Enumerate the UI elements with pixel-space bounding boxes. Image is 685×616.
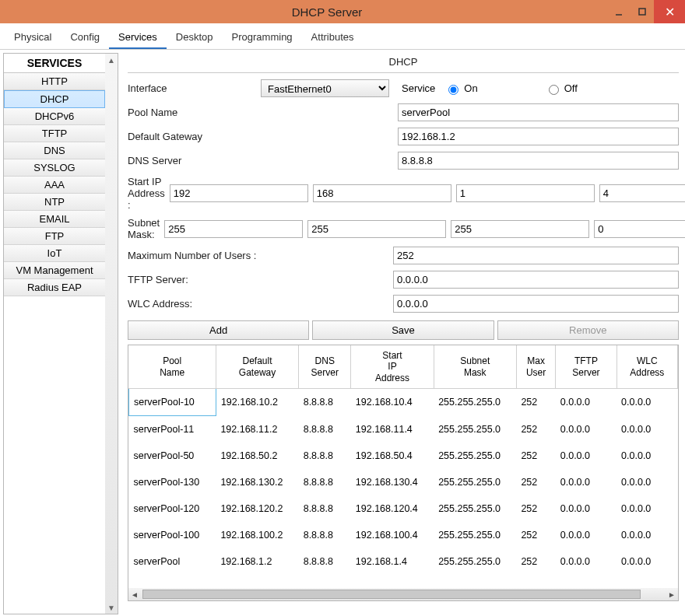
remove-button[interactable]: Remove <box>497 320 679 340</box>
table-cell: 0.0.0.0 <box>616 469 677 495</box>
service-off-radio[interactable]: Off <box>545 82 578 95</box>
subnet-octet-1[interactable] <box>164 220 303 238</box>
tftp-server-label: TFTP Server: <box>128 274 388 285</box>
subnet-octet-3[interactable] <box>451 220 589 238</box>
sidebar-item-dns[interactable]: DNS <box>4 142 105 159</box>
interface-label: Interface <box>128 82 256 94</box>
maximize-button[interactable] <box>631 2 654 21</box>
tab-services[interactable]: Services <box>109 26 167 49</box>
table-row[interactable]: serverPool-100192.168.100.28.8.8.8192.16… <box>129 522 678 548</box>
sidebar-item-tftp[interactable]: TFTP <box>4 125 105 142</box>
table-cell: 192.168.120.2 <box>216 495 298 522</box>
tab-bar: PhysicalConfigServicesDesktopProgramming… <box>0 23 685 50</box>
column-header[interactable]: DNSServer <box>299 345 351 389</box>
table-cell: 255.255.255.0 <box>434 389 516 416</box>
table-row[interactable]: serverPool-120192.168.120.28.8.8.8192.16… <box>129 495 678 522</box>
sidebar-item-email[interactable]: EMAIL <box>4 211 105 228</box>
minimize-button[interactable] <box>607 2 631 21</box>
sidebar-item-syslog[interactable]: SYSLOG <box>4 159 105 177</box>
column-header[interactable]: MaxUser <box>516 345 555 389</box>
table-row[interactable]: serverPool-11192.168.11.28.8.8.8192.168.… <box>129 416 678 443</box>
column-header[interactable]: TFTPServer <box>556 345 616 389</box>
table-cell: 255.255.255.0 <box>434 495 516 522</box>
wlc-address-input[interactable] <box>393 295 679 313</box>
table-cell: serverPool-130 <box>129 469 216 495</box>
tab-physical[interactable]: Physical <box>5 26 61 49</box>
default-gateway-label: Default Gateway <box>128 131 256 142</box>
table-cell: 192.168.50.4 <box>351 443 434 469</box>
table-cell: 192.168.130.4 <box>351 469 434 495</box>
dns-server-input[interactable] <box>398 152 679 170</box>
scroll-up-icon[interactable]: ▲ <box>105 54 118 66</box>
table-cell: 192.168.130.2 <box>216 469 298 495</box>
window-titlebar: DHCP Server ✕ <box>0 0 685 23</box>
pools-table: PoolNameDefaultGatewayDNSServerStartIPAd… <box>128 345 679 601</box>
sidebar-item-radius-eap[interactable]: Radius EAP <box>4 279 105 296</box>
table-cell: 8.8.8.8 <box>299 548 351 575</box>
table-cell: 255.255.255.0 <box>434 443 516 469</box>
sidebar-item-dhcpv6[interactable]: DHCPv6 <box>4 108 105 125</box>
sidebar-item-ftp[interactable]: FTP <box>4 228 105 245</box>
subnet-octet-2[interactable] <box>307 220 446 238</box>
dns-server-label: DNS Server <box>128 155 256 166</box>
sidebar-item-aaa[interactable]: AAA <box>4 177 105 194</box>
table-cell: 0.0.0.0 <box>556 389 616 416</box>
table-cell: 0.0.0.0 <box>616 416 677 443</box>
table-cell: 252 <box>516 522 555 548</box>
column-header[interactable]: SubnetMask <box>434 345 516 389</box>
sidebar-item-ntp[interactable]: NTP <box>4 194 105 211</box>
table-cell: 0.0.0.0 <box>616 389 677 416</box>
start-ip-octet-1[interactable] <box>170 184 308 202</box>
interface-select[interactable]: FastEthernet0 <box>261 79 389 97</box>
column-header[interactable]: StartIPAddress <box>351 345 434 389</box>
start-ip-octet-3[interactable] <box>456 184 595 202</box>
tab-attributes[interactable]: Attributes <box>302 26 364 49</box>
sidebar-scrollbar[interactable]: ▲ ▼ <box>105 54 118 614</box>
column-header[interactable]: WLCAddress <box>616 345 677 389</box>
tftp-server-input[interactable] <box>393 271 679 289</box>
tab-programming[interactable]: Programming <box>223 26 302 49</box>
table-row[interactable]: serverPool-130192.168.130.28.8.8.8192.16… <box>129 469 678 495</box>
table-cell: 192.168.1.4 <box>351 548 434 575</box>
table-row[interactable]: serverPool192.168.1.28.8.8.8192.168.1.42… <box>129 548 678 575</box>
table-horizontal-scrollbar[interactable]: ◄ ► <box>128 588 678 600</box>
start-ip-label: Start IP Address : <box>128 176 165 211</box>
sidebar-item-iot[interactable]: IoT <box>4 245 105 262</box>
table-row[interactable]: serverPool-50192.168.50.28.8.8.8192.168.… <box>129 443 678 469</box>
max-users-input[interactable] <box>393 247 679 264</box>
table-cell: 252 <box>516 548 555 575</box>
table-cell: 192.168.50.2 <box>216 443 298 469</box>
table-cell: 192.168.10.4 <box>351 389 434 416</box>
default-gateway-input[interactable] <box>398 128 679 145</box>
column-header[interactable]: DefaultGateway <box>216 345 298 389</box>
sidebar-item-vm-management[interactable]: VM Management <box>4 262 105 279</box>
max-users-label: Maximum Number of Users : <box>128 250 388 261</box>
table-cell: 0.0.0.0 <box>556 548 616 575</box>
scrollbar-thumb[interactable] <box>142 590 641 599</box>
tab-desktop[interactable]: Desktop <box>167 26 223 49</box>
sidebar-item-http[interactable]: HTTP <box>4 73 105 90</box>
table-cell: 8.8.8.8 <box>299 389 351 416</box>
scroll-right-icon[interactable]: ► <box>666 588 678 600</box>
table-cell: 255.255.255.0 <box>434 522 516 548</box>
sidebar-item-dhcp[interactable]: DHCP <box>4 90 105 108</box>
table-row[interactable]: serverPool-10192.168.10.28.8.8.8192.168.… <box>129 389 678 416</box>
wlc-address-label: WLC Address: <box>128 298 388 310</box>
save-button[interactable]: Save <box>312 320 494 340</box>
start-ip-octet-2[interactable] <box>313 184 451 202</box>
subnet-octet-4[interactable] <box>594 220 685 238</box>
pool-name-input[interactable] <box>398 103 679 121</box>
scroll-left-icon[interactable]: ◄ <box>128 588 141 600</box>
close-button[interactable]: ✕ <box>654 0 685 23</box>
table-cell: serverPool-50 <box>129 443 216 469</box>
service-on-radio[interactable]: On <box>444 82 477 95</box>
table-cell: 252 <box>516 469 555 495</box>
table-cell: 192.168.11.4 <box>351 416 434 443</box>
add-button[interactable]: Add <box>128 320 309 340</box>
table-cell: serverPool-120 <box>129 495 216 522</box>
scroll-down-icon[interactable]: ▼ <box>105 601 118 614</box>
start-ip-octet-4[interactable] <box>599 184 685 202</box>
column-header[interactable]: PoolName <box>129 345 216 389</box>
tab-config[interactable]: Config <box>61 26 109 49</box>
table-cell: serverPool <box>129 548 216 575</box>
